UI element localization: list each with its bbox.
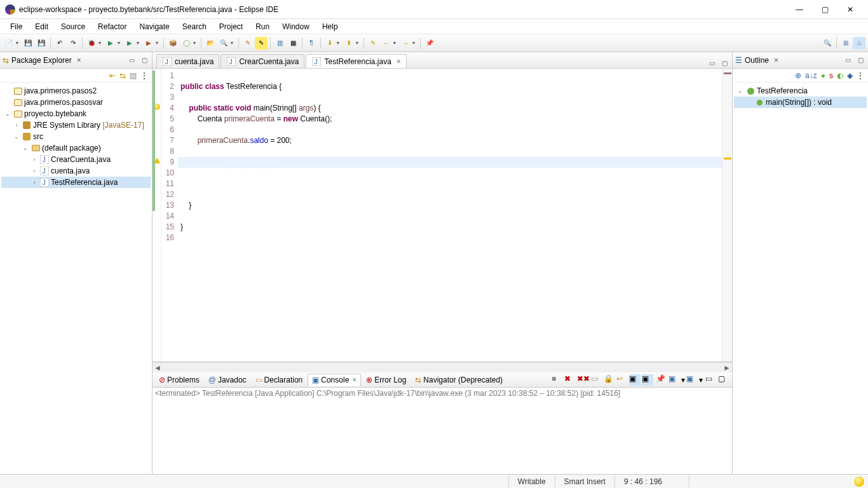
expand-icon[interactable]: › [13, 122, 20, 128]
redo-icon[interactable]: ↷ [67, 37, 79, 50]
close-button[interactable]: ✕ [837, 0, 863, 19]
expand-icon[interactable]: ⌄ [22, 145, 29, 151]
hide-fields-icon[interactable]: ● [821, 71, 825, 80]
coverage-icon[interactable]: ▶ [123, 37, 136, 50]
link-editor-icon[interactable]: ⇆ [119, 71, 126, 80]
project-row[interactable]: ⌄proyecto.bytebank [1, 108, 151, 119]
tab-console[interactable]: ▣Console× [308, 374, 361, 386]
external-tools-icon[interactable]: ▶ [142, 37, 155, 50]
java-perspective-icon[interactable]: ♨ [853, 37, 865, 50]
save-icon[interactable]: 💾 [22, 37, 34, 50]
scroll-right-icon[interactable]: ► [722, 363, 732, 372]
show-console-icon[interactable]: ▣ [629, 374, 641, 386]
menu-search[interactable]: Search [176, 20, 213, 33]
code-area[interactable]: public class TestReferencia { public sta… [178, 69, 732, 362]
remove-launch-icon[interactable]: ✖ [564, 374, 576, 386]
close-tab-icon[interactable]: × [394, 57, 401, 66]
debug-icon[interactable]: 🐞 [85, 37, 98, 50]
dropdown-icon[interactable]: ▾ [193, 40, 198, 46]
outline-method-row[interactable]: main(String[]) : void [734, 97, 867, 108]
view-menu-icon[interactable]: ⋮ [140, 71, 148, 80]
sort-icon[interactable]: a↓z [805, 71, 817, 80]
outline-class-row[interactable]: ⌄TestReferencia [734, 85, 867, 97]
menu-source[interactable]: Source [55, 20, 92, 33]
pin-editor-icon[interactable]: 📌 [423, 37, 436, 50]
display-selected-icon[interactable]: ▣ [668, 374, 680, 386]
menu-help[interactable]: Help [316, 20, 344, 33]
save-all-icon[interactable]: 💾 [35, 37, 48, 50]
editor-hscrollbar[interactable]: ◄► [153, 362, 732, 372]
show-whitespace-icon[interactable]: ▦ [287, 37, 299, 50]
maximize-editor-icon[interactable]: ▢ [719, 58, 729, 68]
minimize-editor-icon[interactable]: ▭ [707, 58, 717, 68]
menu-file[interactable]: File [4, 20, 29, 33]
tab-problems[interactable]: ⊘Problems [155, 374, 203, 386]
tab-navigator[interactable]: ⇆Navigator (Deprecated) [411, 374, 506, 386]
maximize-bottom-icon[interactable]: ▢ [718, 374, 729, 386]
project-row[interactable]: java.primeros.pasosvar [1, 97, 151, 108]
minimize-bottom-icon[interactable]: ▭ [705, 374, 717, 386]
toggle-block-icon[interactable]: ▥ [273, 37, 286, 50]
code-editor[interactable]: 12345678910111213141516 public class Tes… [153, 69, 732, 362]
maximize-view-icon[interactable]: ▢ [855, 55, 865, 65]
close-view-icon[interactable]: × [74, 56, 84, 65]
console-output[interactable]: <terminated> TestReferencia [Java Applic… [153, 388, 732, 474]
show-standard-out-icon[interactable]: ▣ [642, 374, 653, 386]
focus-icon[interactable]: ⊕ [795, 71, 801, 80]
new-java-package-icon[interactable]: 📦 [166, 37, 179, 50]
undo-icon[interactable]: ↶ [53, 37, 66, 50]
project-row[interactable]: java.primeros.pasos2 [1, 85, 151, 97]
menu-edit[interactable]: Edit [29, 20, 55, 33]
forward-icon[interactable]: → [399, 37, 412, 50]
editor-tab[interactable]: JCrearCuenta.java [220, 54, 304, 68]
minimize-view-icon[interactable]: ▭ [843, 55, 853, 65]
maximize-view-icon[interactable]: ▢ [139, 55, 149, 65]
dropdown-icon[interactable]: ▾ [98, 40, 104, 46]
expand-icon[interactable]: ⌄ [13, 133, 20, 140]
expand-icon[interactable]: › [31, 156, 38, 163]
dropdown-icon[interactable]: ▾ [16, 40, 21, 46]
expand-icon[interactable]: › [31, 179, 38, 186]
next-annotation-icon[interactable]: ⬇ [323, 37, 336, 50]
minimize-button[interactable]: — [787, 0, 812, 19]
open-type-icon[interactable]: 📂 [204, 37, 217, 50]
filter-icon[interactable]: ▤ [130, 71, 137, 80]
dropdown-icon[interactable]: ▾ [356, 40, 361, 46]
file-row-selected[interactable]: ›JTestReferencia.java [1, 177, 151, 188]
expand-icon[interactable]: ⌄ [4, 111, 11, 117]
word-wrap-icon[interactable]: ↩ [616, 374, 628, 386]
dropdown-icon[interactable]: ▾ [137, 40, 142, 46]
back-icon[interactable]: ← [380, 37, 393, 50]
tip-icon[interactable] [854, 477, 864, 487]
editor-tab-active[interactable]: JTestReferencia.java× [306, 54, 406, 68]
menu-refactor[interactable]: Refactor [92, 20, 133, 33]
editor-tab[interactable]: Jcuenta.java [156, 54, 219, 68]
dropdown-icon[interactable]: ▾ [393, 40, 398, 46]
pin-console-icon[interactable]: 📌 [656, 374, 667, 386]
last-edit-icon[interactable]: ✎ [367, 37, 379, 50]
close-view-icon[interactable]: × [771, 56, 781, 65]
menu-window[interactable]: Window [276, 20, 316, 33]
remove-all-icon[interactable]: ✖✖ [577, 374, 588, 386]
menu-navigate[interactable]: Navigate [133, 20, 175, 33]
dropdown-icon[interactable]: ▾ [681, 376, 685, 384]
file-row[interactable]: ›Jcuenta.java [1, 165, 151, 177]
open-console-icon[interactable]: ▣ [686, 374, 698, 386]
package-row[interactable]: ⌄(default package) [1, 142, 151, 154]
dropdown-icon[interactable]: ▾ [231, 40, 236, 46]
tab-errorlog[interactable]: ⊗Error Log [362, 374, 410, 386]
open-perspective-icon[interactable]: ⊞ [839, 37, 852, 50]
view-menu-icon[interactable]: ⋮ [857, 71, 864, 80]
dropdown-icon[interactable]: ▾ [156, 40, 161, 46]
scroll-lock-icon[interactable]: 🔒 [604, 374, 615, 386]
overview-ruler[interactable] [722, 69, 732, 362]
dropdown-icon[interactable]: ▾ [412, 40, 417, 46]
new-icon[interactable]: 📄 [3, 37, 15, 50]
terminate-icon[interactable]: ■ [552, 374, 563, 386]
new-java-class-icon[interactable]: ◯ [180, 37, 193, 50]
close-tab-icon[interactable]: × [351, 376, 356, 384]
run-icon[interactable]: ▶ [104, 37, 117, 50]
hide-local-icon[interactable]: ◆ [847, 71, 853, 80]
minimize-view-icon[interactable]: ▭ [126, 55, 137, 65]
hide-nonpublic-icon[interactable]: ◐ [837, 71, 843, 80]
